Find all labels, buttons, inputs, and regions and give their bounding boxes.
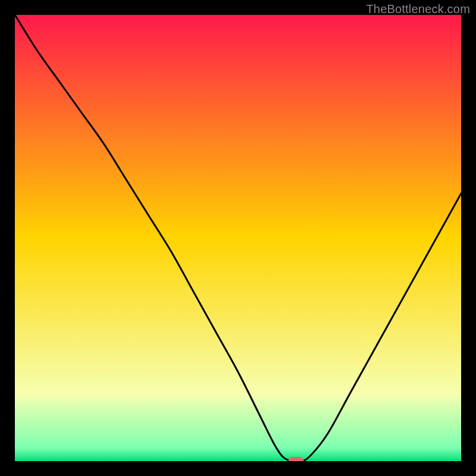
optimum-marker (289, 457, 304, 461)
gradient-background (15, 15, 461, 461)
chart-frame: TheBottleneck.com (0, 0, 476, 476)
watermark-text: TheBottleneck.com (366, 2, 470, 16)
chart-svg (15, 15, 461, 461)
plot-area (15, 15, 461, 461)
